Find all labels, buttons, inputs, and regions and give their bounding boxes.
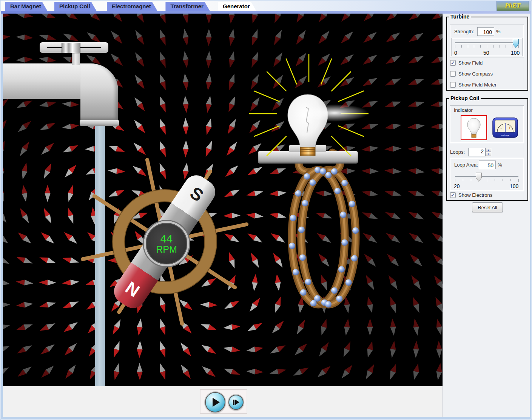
electron <box>341 239 348 246</box>
strength-input[interactable] <box>477 27 494 36</box>
electron <box>295 190 301 197</box>
slider-tick <box>500 45 500 48</box>
checkbox-show-compass[interactable]: Show Compass <box>450 71 493 77</box>
loops-down-button[interactable]: ▼ <box>486 152 491 156</box>
slider-tick <box>518 179 519 182</box>
strength-mid-label: 50 <box>483 50 489 56</box>
light-ray <box>321 59 332 84</box>
slider-tick <box>474 45 474 48</box>
bulb-screw-base <box>300 147 315 156</box>
strength-unit: % <box>496 29 501 34</box>
slider-tick <box>471 179 471 181</box>
reset-all-button[interactable]: Reset All <box>472 202 503 212</box>
electron <box>351 255 358 261</box>
light-ray <box>267 71 286 91</box>
indicator-box: Indicator <box>450 105 524 143</box>
bulb-indicator-icon <box>466 117 482 138</box>
turbine-group: Turbine Strength: % 0 50 100 ✓Show Field… <box>446 17 528 91</box>
slider-tick <box>495 179 495 181</box>
slider-tick <box>468 45 468 48</box>
checkbox-box[interactable] <box>450 82 456 88</box>
checkbox-label: Show Field Meter <box>458 82 497 88</box>
electron <box>334 188 341 194</box>
light-bulb <box>281 92 334 156</box>
electron <box>305 279 311 285</box>
loops-spinner: 2 ▲ ▼ <box>468 148 491 156</box>
electron <box>331 287 338 294</box>
loop-area-box: Loop Area: % 20 100 <box>450 158 524 191</box>
loops-label: Loops: <box>450 149 465 155</box>
svg-text:-: - <box>500 125 502 130</box>
loop-area-input[interactable] <box>479 161 496 169</box>
electron <box>302 200 308 207</box>
clock-control-panel <box>200 389 247 414</box>
electron <box>352 227 359 234</box>
tab-generator[interactable]: Generator <box>218 2 256 11</box>
slider-tick <box>461 45 462 48</box>
voltmeter-indicator-button[interactable]: - + voltage <box>492 117 518 138</box>
slider-tick <box>512 45 512 48</box>
pickup-coil-group: Pickup Coil Indicator <box>446 98 528 201</box>
loop-area-unit: % <box>498 162 502 168</box>
svg-text:+: + <box>509 125 511 130</box>
electron <box>338 266 345 273</box>
loop-area-max-label: 100 <box>510 183 518 189</box>
play-icon <box>213 398 220 407</box>
strength-max-label: 100 <box>511 50 520 56</box>
electron <box>289 242 295 249</box>
electron <box>345 279 352 286</box>
tab-transformer[interactable]: Transformer <box>165 2 210 11</box>
slider-tick <box>493 45 493 48</box>
slider-tick <box>487 179 487 182</box>
bulb-indicator-button[interactable] <box>461 115 487 140</box>
slider-tick <box>506 45 506 48</box>
light-ray <box>331 136 351 156</box>
tab-bar: Bar MagnetPickup CoilElectromagnetTransf… <box>1 1 531 11</box>
control-panel: Turbine Strength: % 0 50 100 ✓Show Field… <box>443 14 530 417</box>
loop-area-slider-track[interactable] <box>455 176 518 177</box>
step-button[interactable] <box>228 395 244 410</box>
bulb-glass <box>288 94 328 147</box>
checkbox-box[interactable]: ✓ <box>450 60 456 66</box>
electron <box>325 301 332 307</box>
checkbox-show-electrons[interactable]: ✓Show Electrons <box>450 192 492 198</box>
pickup-group-title: Pickup Coil <box>449 95 481 101</box>
electron <box>293 269 299 275</box>
checkbox-show-field-meter[interactable]: Show Field Meter <box>450 82 497 88</box>
slider-tick <box>479 179 479 181</box>
electron <box>298 227 305 233</box>
step-icon <box>233 400 239 405</box>
checkbox-show-field[interactable]: ✓Show Field <box>450 60 483 66</box>
loop-area-label: Loop Area: <box>454 162 478 168</box>
electron <box>290 215 296 221</box>
phet-logo[interactable]: PhET <box>497 1 529 11</box>
checkbox-box[interactable]: ✓ <box>450 192 456 198</box>
slider-tick <box>503 179 503 181</box>
slider-tick <box>455 179 455 182</box>
checkbox-box[interactable] <box>450 71 456 77</box>
slider-tick <box>518 45 519 48</box>
svg-text:voltage: voltage <box>501 134 509 136</box>
electron <box>300 289 307 296</box>
voltmeter-indicator-icon: - + voltage <box>492 117 518 138</box>
tab-electromagnet[interactable]: Electromagnet <box>107 2 157 11</box>
checkbox-label: Show Field <box>458 60 483 66</box>
clock-control-strip <box>3 386 443 417</box>
slider-tick <box>480 45 481 48</box>
loops-value[interactable]: 2 <box>468 148 486 156</box>
loops-up-button[interactable]: ▲ <box>486 148 491 152</box>
light-ray <box>338 126 364 136</box>
indicator-label: Indicator <box>453 107 474 113</box>
electron <box>299 255 306 261</box>
turbine-group-title: Turbine <box>449 14 471 20</box>
light-ray <box>338 91 364 102</box>
tab-pickup-coil[interactable]: Pickup Coil <box>54 2 97 11</box>
slider-tick <box>487 45 487 48</box>
tab-band <box>1 11 531 14</box>
tab-bar-magnet[interactable]: Bar Magnet <box>5 2 48 11</box>
strength-slider-track[interactable] <box>455 42 518 43</box>
slider-tick <box>463 179 463 181</box>
light-ray <box>331 71 351 91</box>
play-button[interactable] <box>205 392 225 412</box>
checkbox-label: Show Electrons <box>458 192 492 198</box>
